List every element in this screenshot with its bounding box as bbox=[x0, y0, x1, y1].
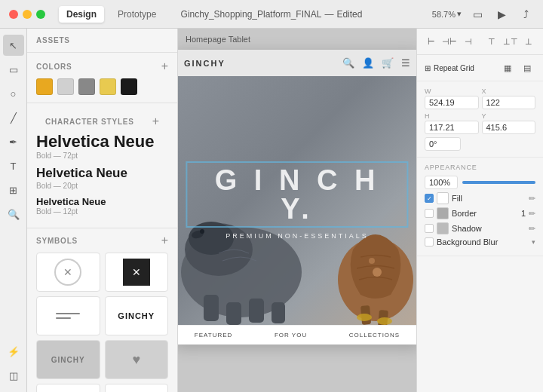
add-color-button[interactable]: + bbox=[161, 60, 168, 72]
zoom-display[interactable]: 58.7% ▾ bbox=[432, 9, 462, 19]
hero-brand-name: G I N C H Y. bbox=[186, 161, 408, 228]
height-field: H 117.21 bbox=[425, 112, 479, 134]
height-value[interactable]: 117.21 bbox=[425, 121, 479, 134]
shadow-edit-icon[interactable]: ✏ bbox=[529, 224, 535, 234]
rectangle-tool[interactable]: ▭ bbox=[3, 59, 24, 80]
symbol-cell-social[interactable]: 𝕏 ⬜ f bbox=[36, 384, 100, 392]
ginchy-nav-icons: 🔍 👤 🛒 ☰ bbox=[342, 57, 410, 69]
repeat-grid-add-col-icon[interactable]: ▦ bbox=[499, 60, 516, 76]
symbol-cell-x-circle[interactable]: ✕ bbox=[36, 253, 100, 292]
dimensions-section: W 524.19 X 122 H 117.21 bbox=[417, 81, 543, 158]
align-left-icon[interactable]: ⊢ bbox=[423, 33, 439, 50]
align-row-1: ⊢ ⊣⊢ ⊣ ⊤ ⊥⊤ ⊥ bbox=[423, 33, 537, 50]
symbol-cell-ginchy-light[interactable]: GINCHY bbox=[36, 340, 100, 379]
swatch-light-gray[interactable] bbox=[57, 78, 74, 95]
maximize-button[interactable] bbox=[36, 10, 45, 19]
border-label: Border bbox=[452, 209, 518, 218]
symbol-cell-heart[interactable]: ♥ bbox=[105, 340, 169, 379]
svg-rect-5 bbox=[272, 302, 285, 323]
align-right-icon[interactable]: ⊣ bbox=[460, 33, 476, 50]
ellipse-tool[interactable]: ○ bbox=[3, 83, 24, 104]
symbol-cell-ginchy-dark[interactable]: GINCHY bbox=[105, 296, 169, 335]
shadow-swatch[interactable] bbox=[437, 222, 449, 234]
align-middle-v-icon[interactable]: ⊥⊤ bbox=[502, 33, 519, 50]
align-center-h-icon[interactable]: ⊣⊢ bbox=[441, 33, 458, 50]
symbol-cell-lines[interactable] bbox=[36, 296, 100, 335]
plugin-tool[interactable]: ⚡ bbox=[3, 341, 24, 362]
x-value[interactable]: 122 bbox=[482, 96, 536, 109]
assets-label: ASSETS bbox=[36, 36, 168, 44]
appearance-label: APPEARANCE bbox=[425, 164, 535, 171]
repeat-grid-actions: ▦ ▤ bbox=[499, 60, 535, 76]
tab-design[interactable]: Design bbox=[59, 6, 104, 23]
heart-symbol: ♥ bbox=[106, 341, 168, 378]
pen-tool[interactable]: ✒ bbox=[3, 131, 24, 152]
char-style-large[interactable]: Helvetica Neue Bold — 72pt bbox=[36, 132, 168, 160]
zoom-value: 58.7% bbox=[432, 10, 456, 19]
width-value[interactable]: 524.19 bbox=[425, 96, 479, 109]
canvas-area[interactable]: Homepage Tablet GINCHY 🔍 👤 🛒 ☰ bbox=[178, 29, 416, 392]
y-label: Y bbox=[482, 112, 536, 120]
zoom-chevron-icon: ▾ bbox=[457, 9, 462, 19]
titlebar-right: 58.7% ▾ ▭ ▶ ⤴ bbox=[432, 6, 534, 23]
fill-edit-icon[interactable]: ✏ bbox=[529, 194, 535, 204]
repeat-grid-section: ⊞ Repeat Grid ▦ ▤ bbox=[417, 55, 543, 81]
text-tool[interactable]: T bbox=[3, 155, 24, 176]
svg-point-11 bbox=[369, 258, 375, 264]
align-bottom-icon[interactable]: ⊥ bbox=[521, 33, 537, 50]
add-symbol-button[interactable]: + bbox=[161, 234, 168, 247]
shadow-checkbox[interactable] bbox=[425, 224, 434, 233]
fill-swatch[interactable] bbox=[437, 192, 449, 204]
layers-tool[interactable]: ◫ bbox=[3, 365, 24, 386]
svg-rect-4 bbox=[249, 299, 264, 323]
swatch-black[interactable] bbox=[121, 78, 137, 95]
y-value[interactable]: 415.6 bbox=[482, 121, 536, 134]
fill-checkbox[interactable]: ✓ bbox=[425, 194, 434, 203]
border-swatch[interactable] bbox=[437, 207, 449, 219]
symbol-cell-avatars[interactable]: +14 bbox=[105, 384, 169, 392]
border-value: 1 bbox=[521, 209, 526, 218]
select-tool[interactable]: ↖ bbox=[3, 35, 24, 56]
fill-label: Fill bbox=[452, 194, 526, 203]
user-nav-icon: 👤 bbox=[362, 57, 374, 69]
tab-prototype[interactable]: Prototype bbox=[110, 6, 164, 23]
colors-label: Colors bbox=[36, 63, 72, 71]
add-char-style-button[interactable]: + bbox=[152, 115, 159, 127]
rotation-value[interactable]: 0° bbox=[425, 137, 461, 151]
shadow-row: Shadow ✏ bbox=[425, 222, 535, 234]
border-checkbox[interactable] bbox=[425, 209, 434, 218]
left-toolbar: ↖ ▭ ○ ╱ ✒ T ⊞ 🔍 ⚡ ◫ bbox=[0, 29, 27, 392]
symbols-section: Symbols + ✕ ✕ GINCHY bbox=[27, 228, 177, 392]
hero-tagline: PREMIUM NON-ESSENTIALS bbox=[186, 232, 408, 240]
close-button[interactable] bbox=[9, 10, 18, 19]
titlebar: Design Prototype Ginchy_Shopping_Platfor… bbox=[0, 0, 543, 29]
swatch-gold[interactable] bbox=[36, 78, 53, 95]
bg-blur-checkbox[interactable] bbox=[425, 237, 434, 247]
alignment-toolbar: ⊢ ⊣⊢ ⊣ ⊤ ⊥⊤ ⊥ bbox=[417, 29, 543, 55]
svg-point-15 bbox=[377, 317, 392, 325]
separator: — bbox=[324, 9, 333, 20]
opacity-slider[interactable] bbox=[462, 181, 535, 184]
char-style-small[interactable]: Helvetica Neue Bold — 12pt bbox=[36, 196, 168, 216]
symbol-tool[interactable]: ⊞ bbox=[3, 179, 24, 201]
fill-row: ✓ Fill ✏ bbox=[425, 192, 535, 204]
border-edit-icon[interactable]: ✏ bbox=[529, 209, 535, 219]
symbol-cell-x-square[interactable]: ✕ bbox=[105, 253, 169, 292]
x-field: X 122 bbox=[482, 87, 536, 109]
device-icon[interactable]: ▭ bbox=[469, 6, 486, 23]
repeat-grid-add-row-icon[interactable]: ▤ bbox=[519, 60, 535, 76]
zoom-tool[interactable]: 🔍 bbox=[3, 204, 24, 225]
swatch-yellow[interactable] bbox=[100, 78, 116, 95]
share-icon[interactable]: ⤴ bbox=[517, 6, 534, 23]
align-top-icon[interactable]: ⊤ bbox=[483, 33, 499, 50]
appearance-section: APPEARANCE 100% ✓ Fill ✏ Border 1 bbox=[417, 158, 543, 256]
titlebar-center: Ginchy_Shopping_Platform_FINAL — Edited bbox=[181, 9, 363, 20]
play-icon[interactable]: ▶ bbox=[493, 6, 510, 23]
opacity-value[interactable]: 100% bbox=[425, 176, 458, 189]
char-style-medium[interactable]: Helvetica Neue Bold — 20pt bbox=[36, 166, 168, 189]
style-name-large: Helvetica Neue bbox=[36, 132, 168, 152]
minimize-button[interactable] bbox=[23, 10, 32, 19]
edited-label: Edited bbox=[336, 9, 362, 20]
line-tool[interactable]: ╱ bbox=[3, 107, 24, 128]
swatch-gray[interactable] bbox=[78, 78, 95, 95]
